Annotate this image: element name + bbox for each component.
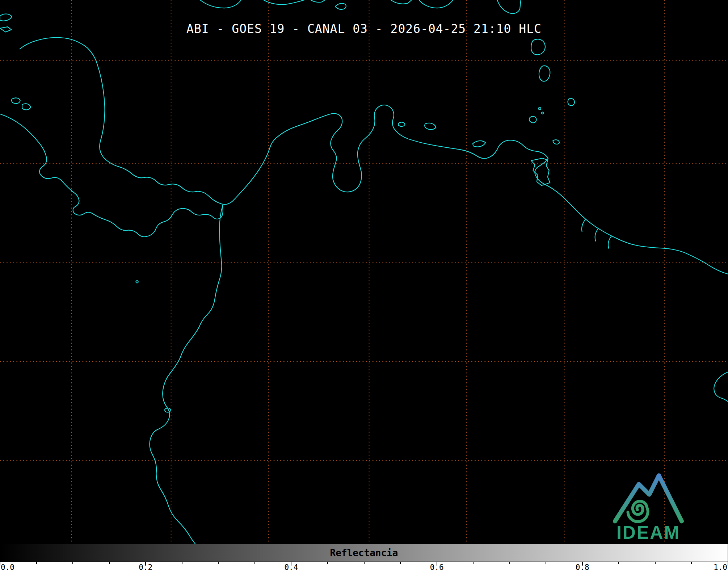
- colorbar-minor-tick: [691, 562, 692, 564]
- colorbar-tick-label: 1.0: [714, 563, 727, 571]
- colorbar-minor-tick: [400, 562, 401, 564]
- colorbar-minor-tick: [618, 562, 619, 564]
- colorbar-minor-tick: [109, 562, 110, 564]
- colorbar-major-tick: [0, 562, 0, 566]
- colorbar-minor-tick: [327, 562, 328, 564]
- colorbar-minor-tick: [254, 562, 255, 564]
- colorbar-minor-tick: [72, 562, 73, 564]
- map-title: ABI - GOES 19 - CANAL 03 - 2026-04-25 21…: [0, 22, 728, 36]
- hurricane-spiral-icon: [628, 501, 648, 521]
- satellite-figure: ABI - GOES 19 - CANAL 03 - 2026-04-25 21…: [0, 0, 728, 571]
- colorbar-tick-label: 0.6: [430, 563, 444, 571]
- colorbar-minor-tick: [364, 562, 365, 564]
- colorbar-minor-tick: [218, 562, 219, 564]
- colorbar-tick-label: 0.0: [1, 563, 14, 571]
- coastline-layer: [0, 0, 728, 544]
- colorbar-tick-label: 0.8: [576, 563, 589, 571]
- colorbar-minor-tick: [182, 562, 182, 564]
- colorbar-axis: 0.00.20.40.60.81.0: [0, 562, 728, 571]
- ideam-logo: IDEAM: [607, 471, 690, 542]
- ideam-logo-mark: [610, 471, 687, 525]
- ideam-logo-text: IDEAM: [607, 524, 690, 542]
- satellite-map: ABI - GOES 19 - CANAL 03 - 2026-04-25 21…: [0, 0, 728, 544]
- colorbar-tick-label: 0.2: [139, 563, 152, 571]
- colorbar-minor-tick: [473, 562, 474, 564]
- colorbar: Reflectancia: [0, 544, 728, 562]
- colorbar-minor-tick: [655, 562, 656, 564]
- colorbar-label: Reflectancia: [330, 547, 398, 558]
- colorbar-minor-tick: [509, 562, 510, 564]
- colorbar-minor-tick: [546, 562, 546, 564]
- colorbar-tick-label: 0.4: [284, 563, 298, 571]
- colorbar-minor-tick: [36, 562, 37, 564]
